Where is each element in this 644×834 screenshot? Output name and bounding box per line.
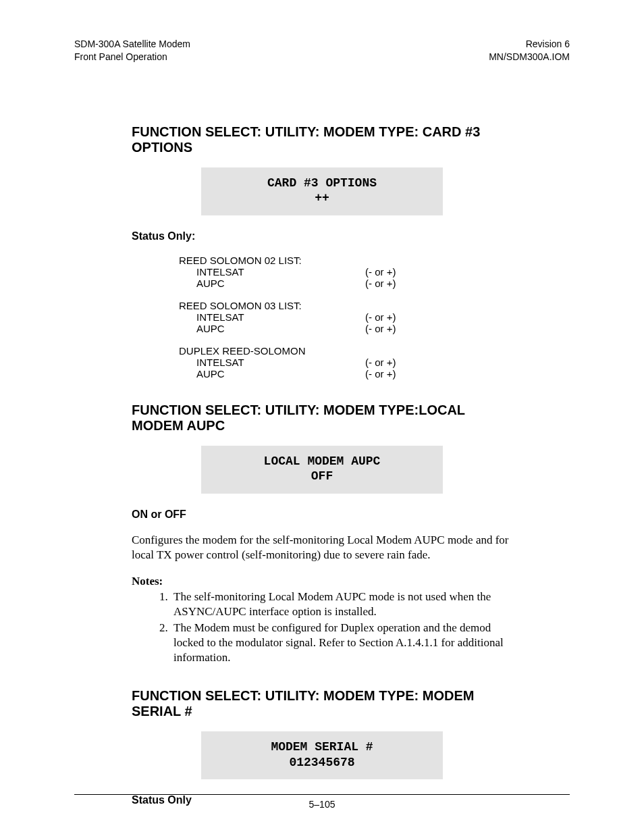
header-right-line2: MN/SDM300A.IOM	[489, 51, 570, 62]
note-item: The Modem must be configured for Duplex …	[171, 621, 512, 665]
status-row-label: INTELSAT	[179, 266, 365, 278]
status-row-value: (- or +)	[365, 323, 426, 334]
page: SDM-300A Satellite Modem Front Panel Ope…	[0, 0, 644, 834]
page-number: 5–105	[309, 799, 336, 810]
page-content: FUNCTION SELECT: UTILITY: MODEM TYPE: CA…	[74, 124, 570, 807]
status-list: REED SOLOMON 02 LIST: INTELSAT(- or +) A…	[179, 255, 512, 380]
lcd-local-modem-aupc: LOCAL MODEM AUPC OFF	[201, 446, 443, 494]
group-title: REED SOLOMON 03 LIST:	[179, 300, 348, 311]
header-left-line1: SDM-300A Satellite Modem	[74, 38, 190, 49]
status-row-value: (- or +)	[365, 311, 426, 323]
lcd-line2: OFF	[311, 469, 333, 483]
note-item: The self-monitoring Local Modem AUPC mod…	[171, 590, 512, 619]
lcd-line2: 012345678	[289, 756, 354, 769]
page-footer: 5–105	[74, 794, 570, 810]
notes-label: Notes:	[132, 575, 512, 588]
status-row-label: AUPC	[179, 278, 365, 289]
group-title: REED SOLOMON 02 LIST:	[179, 255, 348, 266]
status-only-label: Status Only:	[132, 230, 512, 242]
lcd-line2: ++	[315, 191, 329, 205]
status-group: REED SOLOMON 02 LIST: INTELSAT(- or +) A…	[179, 255, 512, 289]
status-row-value: (- or +)	[365, 266, 426, 278]
lcd-card3-options: CARD #3 OPTIONS ++	[201, 167, 443, 215]
lcd-line1: MODEM SERIAL #	[271, 740, 373, 754]
page-header: SDM-300A Satellite Modem Front Panel Ope…	[74, 38, 570, 63]
status-row-value: (- or +)	[365, 368, 426, 380]
aupc-description: Configures the modem for the self-monito…	[132, 533, 512, 563]
header-left: SDM-300A Satellite Modem Front Panel Ope…	[74, 38, 190, 63]
notes-list: The self-monitoring Local Modem AUPC mod…	[132, 590, 512, 665]
header-right-line1: Revision 6	[526, 38, 570, 49]
status-group: DUPLEX REED-SOLOMON INTELSAT(- or +) AUP…	[179, 345, 512, 380]
status-row-label: INTELSAT	[179, 311, 365, 323]
section-heading-local-aupc: FUNCTION SELECT: UTILITY: MODEM TYPE:LOC…	[132, 402, 512, 434]
section-heading-modem-serial: FUNCTION SELECT: UTILITY: MODEM TYPE: MO…	[132, 688, 512, 719]
header-left-line2: Front Panel Operation	[74, 51, 167, 62]
lcd-modem-serial: MODEM SERIAL # 012345678	[201, 731, 443, 779]
header-right: Revision 6 MN/SDM300A.IOM	[489, 38, 570, 63]
status-row-label: AUPC	[179, 368, 365, 380]
lcd-line1: CARD #3 OPTIONS	[267, 176, 377, 190]
status-group: REED SOLOMON 03 LIST: INTELSAT(- or +) A…	[179, 300, 512, 334]
lcd-line1: LOCAL MODEM AUPC	[264, 454, 381, 468]
group-title: DUPLEX REED-SOLOMON	[179, 345, 348, 357]
status-row-value: (- or +)	[365, 357, 426, 368]
status-row-value: (- or +)	[365, 278, 426, 289]
status-row-label: AUPC	[179, 323, 365, 334]
section-heading-card3: FUNCTION SELECT: UTILITY: MODEM TYPE: CA…	[132, 124, 512, 155]
on-or-off-label: ON or OFF	[132, 509, 512, 521]
status-row-label: INTELSAT	[179, 357, 365, 368]
